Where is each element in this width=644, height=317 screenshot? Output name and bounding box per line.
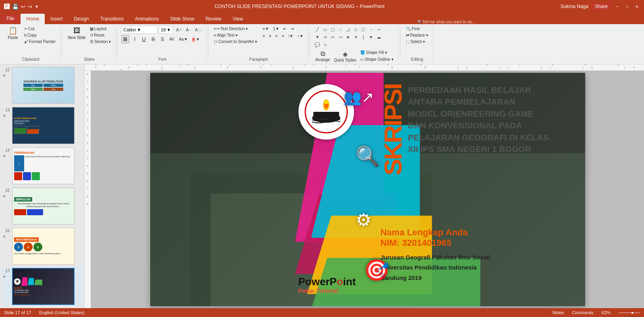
strikethrough-button[interactable]: S (149, 35, 157, 43)
tell-me-bar[interactable]: 🔍 Tell me what you want to do... (249, 20, 644, 24)
shape-star-4[interactable]: ✦ (352, 33, 359, 41)
format-painter-button[interactable]: 🖌 Format Painter (23, 39, 57, 45)
shape-more[interactable]: ▼ (314, 33, 321, 41)
paste-button[interactable]: 📋 Paste (4, 26, 22, 41)
shape-star[interactable]: ★ (344, 33, 352, 41)
shape-line[interactable]: ╱ (314, 26, 321, 33)
find-button[interactable]: 🔍 Find (404, 26, 429, 32)
minimize-button[interactable]: ─ (614, 3, 621, 10)
underline-button[interactable]: U (140, 35, 148, 43)
slide-thumb-16[interactable]: 16 ★ REKOMENDASI 1 2 3 Guru dapat menggu… (2, 227, 83, 266)
separator-1 (62, 28, 62, 56)
user-name[interactable]: Sukma Naga (561, 4, 588, 9)
font-decrease-button[interactable]: A- (184, 27, 192, 33)
share-button[interactable]: Share (592, 3, 611, 10)
tab-slideshow[interactable]: Slide Show (164, 14, 200, 24)
comments-button[interactable]: Comments (572, 310, 593, 315)
font-size-dropdown[interactable]: 18 ▼ (159, 26, 173, 34)
slide-thumb-17[interactable]: 17 ★ 🎓 SKRIPSI PERBEDAAN HASILBELAJAR AN… (2, 267, 83, 306)
notes-button[interactable]: Notes (553, 310, 564, 315)
new-slide-button[interactable]: 🖼 New Slide (66, 26, 87, 41)
italic-button[interactable]: I (130, 35, 139, 43)
shape-arrow-2[interactable]: ⇒ (321, 33, 329, 41)
quick-save[interactable]: 💾 (12, 4, 19, 10)
slide-thumb-13[interactable]: 13 ★ HASIL PENELITIAN (ANALISIS DATA POS… (2, 106, 83, 145)
shadow-button[interactable]: S (158, 35, 166, 43)
close-button[interactable]: ✕ (634, 3, 640, 10)
shape-right-triangle[interactable]: ◿ (344, 26, 352, 33)
text-direction-button[interactable]: ⟷ Text Direction ▾ (212, 26, 259, 32)
font-clear-button[interactable]: A⬚ (193, 27, 203, 33)
bold-button[interactable]: B (121, 35, 129, 43)
tab-home[interactable]: Home (21, 14, 45, 24)
restore-button[interactable]: □ (624, 3, 630, 10)
bullet-list-button[interactable]: ≡▼ (261, 26, 271, 32)
layout-button[interactable]: ▦ Layout (88, 26, 112, 32)
icon-target: 🎯 (364, 258, 390, 282)
slide-canvas[interactable]: 👥↗ 🔍 ⚙ 🎯 SKRIPSI (91, 71, 644, 308)
shape-arrow-right[interactable]: → (367, 26, 375, 33)
zoom-slider[interactable]: ────●── (619, 310, 640, 315)
slide-page[interactable]: 👥↗ 🔍 ⚙ 🎯 SKRIPSI (150, 73, 585, 306)
shape-oval[interactable]: ○ (337, 26, 344, 33)
tab-design[interactable]: Design (68, 14, 94, 24)
font-family-dropdown[interactable]: Calibri ▼ (121, 26, 157, 34)
align-center-button[interactable]: ≡ (267, 33, 273, 39)
slide-thumb-15[interactable]: 15 ★ SIMPULAN Ada perbedaan hasil pembel… (2, 187, 83, 225)
decrease-indent-button[interactable]: ⇤ (282, 26, 288, 32)
shape-brace[interactable]: { (360, 33, 367, 41)
tab-insert[interactable]: Insert (45, 14, 68, 24)
copy-button[interactable]: ⎘ Copy (23, 32, 57, 38)
increase-indent-button[interactable]: ⇥ (289, 26, 295, 32)
quick-customize[interactable]: ▼ (35, 4, 39, 9)
replace-button[interactable]: ⇄ Replace ▾ (404, 32, 429, 38)
slide-thumb-14[interactable]: 14 ★ PEMBAHASAN 1 Lorem ipsum dolor sit … (2, 146, 83, 185)
shape-custom[interactable]: ∿ (321, 41, 329, 48)
shape-callout[interactable]: 💬 (314, 41, 321, 48)
shape-heart[interactable]: ♥ (367, 33, 375, 41)
shape-fill-button[interactable]: 🪣 Shape Fill ▾ (358, 49, 396, 56)
shape-diamond[interactable]: ◇ (352, 26, 359, 33)
shape-arrow-3[interactable]: ⇨ (337, 33, 344, 41)
separator-2 (117, 28, 117, 56)
select-button[interactable]: ⬚ Select ▾ (404, 39, 429, 45)
tab-animations[interactable]: Animations (129, 14, 164, 24)
shape-cloud[interactable]: ☁ (375, 33, 382, 41)
quick-undo[interactable]: ↩ (21, 4, 25, 10)
font-increase-button[interactable]: A+ (174, 27, 183, 33)
justify-button[interactable]: ≡ (280, 33, 286, 39)
quick-redo[interactable]: ↪ (28, 4, 32, 10)
language: English (United States) (39, 310, 85, 315)
font-color-button[interactable]: A▼ (191, 36, 201, 42)
shape-rect[interactable]: ▭ (321, 26, 329, 33)
icon-settings-brain: ⚙ (356, 210, 371, 230)
reset-button[interactable]: ↺ Reset (88, 32, 112, 38)
brand-subtitle: Pakar Tutorial (298, 287, 356, 294)
tab-transitions[interactable]: Transitions (95, 14, 129, 24)
slide-thumb-12[interactable]: 12 ★ DIAGRAM ALUR PENELITIAN Box Flow Da… (2, 66, 83, 105)
ribbon: 📋 Paste ✂ Cut ⎘ Copy 🖌 Format Painter Cl… (0, 24, 644, 64)
line-spacing-button[interactable]: ↕▼ (296, 33, 305, 39)
shape-arrow-callout[interactable]: ⤻ (375, 26, 382, 33)
shape-outline-button[interactable]: ▭ Shape Outline ▾ (358, 56, 396, 62)
align-text-button[interactable]: ≡ Align Text ▾ (212, 32, 259, 38)
shape-bent-arrow[interactable]: ↩ (329, 33, 336, 41)
font-spacing-button[interactable]: AV (168, 36, 176, 42)
cut-button[interactable]: ✂ Cut (23, 26, 57, 32)
shape-pentagon[interactable]: ⬠ (360, 26, 367, 33)
shape-rounded-rect[interactable]: ▢ (329, 26, 336, 33)
numbered-list-button[interactable]: 1▼ (271, 26, 281, 32)
align-text-icon: ≡ (214, 33, 216, 37)
align-right-button[interactable]: ≡ (274, 33, 280, 39)
tab-file[interactable]: File (1, 14, 20, 23)
section-button[interactable]: ☰ Section ▾ (88, 39, 112, 45)
convert-smartart-button[interactable]: ⬡ Convert to SmartArt ▾ (212, 39, 259, 45)
align-left-button[interactable]: ≡ (261, 33, 267, 39)
columns-button[interactable]: ⁞▼ (287, 33, 295, 39)
tab-review[interactable]: Review (200, 14, 227, 24)
canvas-area: 16 · 15 · 14 · 13 · 12 · 11 · 10 · 9 · 8… (85, 64, 644, 308)
tab-view[interactable]: View (227, 14, 249, 24)
status-bar: Slide 17 of 17 English (United States) N… (0, 308, 644, 317)
font-case-button[interactable]: Aa▼ (177, 36, 189, 42)
format-painter-icon: 🖌 (24, 39, 28, 44)
